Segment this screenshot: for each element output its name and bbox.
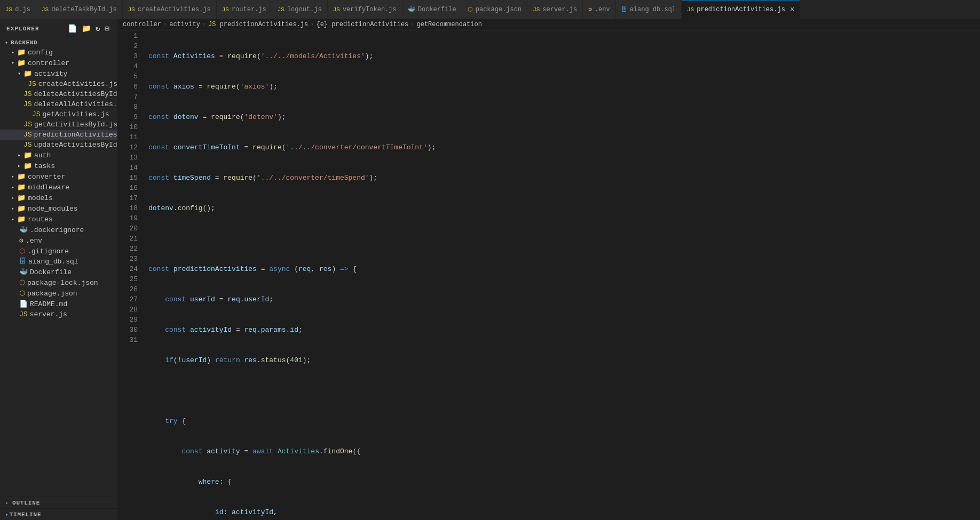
chevron-right-icon: ▸ [15, 163, 23, 169]
new-file-button[interactable]: 📄 [67, 23, 78, 34]
tab-sql[interactable]: 🗄 aiang_db.sql [616, 0, 682, 19]
tree-middleware[interactable]: ▸ 📁 middleware [0, 182, 117, 193]
tab-dockerfile[interactable]: 🐳 Dockerfile [402, 0, 462, 19]
tab-close-button[interactable]: × [790, 6, 794, 13]
tab-router[interactable]: JS router.js [217, 0, 272, 19]
folder-label: tasks [34, 162, 55, 170]
chevron-right-icon: ▸ [9, 173, 17, 180]
chevron-right-icon: ▸ [9, 205, 17, 212]
tab-label: createActivities.js [138, 6, 211, 13]
js-file-icon: JS [23, 121, 32, 129]
breadcrumb-sep: › [202, 21, 206, 28]
chevron-right-icon: ▸ [9, 49, 17, 55]
tree-tasks[interactable]: ▸ 📁 tasks [0, 161, 117, 171]
main-area: EXPLORER 📄 📁 ↻ ⊟ ▾ BACKEND ▸ 📁 config [0, 19, 980, 520]
sidebar-actions: 📄 📁 ↻ ⊟ [67, 23, 111, 34]
js-icon: JS [5, 6, 12, 13]
tab-label: deleteTaskById.js [51, 6, 116, 13]
tab-logout[interactable]: JS logout.js [272, 0, 328, 19]
timeline-label: TIMELINE [10, 511, 42, 518]
tab-package-json[interactable]: ⬡ package.json [462, 0, 527, 19]
tree-converter[interactable]: ▸ 📁 converter [0, 171, 117, 182]
tree-file-deleteActivitiesById[interactable]: JS deleteActivitiesById.js [0, 89, 117, 99]
file-label: .gitignore [27, 247, 69, 255]
tree-auth[interactable]: ▸ 📁 auth [0, 150, 117, 161]
chevron-right-icon: ▸ [9, 216, 17, 222]
js-icon: JS [42, 6, 49, 13]
tree-file-env[interactable]: ⚙ .env [0, 235, 117, 246]
folder-label: middleware [28, 183, 69, 191]
tree-file-package-json[interactable]: ⬡ package.json [0, 288, 117, 299]
code-content: const Activities = require('../../models… [143, 31, 980, 520]
refresh-button[interactable]: ↻ [94, 23, 102, 34]
new-folder-button[interactable]: 📁 [81, 23, 92, 34]
tree-file-getActivities[interactable]: JS getActivities.js [0, 109, 117, 119]
tab-label: Dockerfile [418, 6, 456, 13]
sql-icon: 🗄 [621, 6, 627, 13]
tab-predictionActivities[interactable]: JS predictionActivities.js × [682, 0, 800, 19]
tree-file-server[interactable]: JS server.js [0, 309, 117, 319]
tree-file-deleteAllActivities[interactable]: JS deleteAllActivities.js [0, 99, 117, 109]
tab-label: logout.js [287, 6, 322, 13]
file-label: Dockerfile [30, 268, 72, 276]
tree-models[interactable]: ▸ 📁 models [0, 193, 117, 203]
tree-file-createActivities[interactable]: JS createActivities.js [0, 79, 117, 89]
git-file-icon: ⬡ [19, 247, 25, 255]
tree-activity[interactable]: ▾ 📁 activity [0, 68, 117, 79]
file-label: getActivities.js [43, 110, 109, 118]
chevron-right-icon: ▸ [5, 500, 9, 506]
backend-section-label: BACKEND [11, 39, 37, 46]
tab-env[interactable]: ⚙ .env [583, 0, 615, 19]
tab-verifyToken[interactable]: JS verifyToken.js [328, 0, 402, 19]
tree-routes[interactable]: ▸ 📁 routes [0, 214, 117, 225]
js-icon: JS [278, 6, 284, 13]
tab-createActivities[interactable]: JS createActivities.js [123, 0, 217, 19]
env-file-icon: ⚙ [19, 236, 23, 245]
tree-backend[interactable]: ▾ BACKEND [0, 38, 117, 47]
file-label: package.json [27, 290, 77, 298]
breadcrumb-controller: controller [123, 21, 161, 28]
tab-server-js[interactable]: JS server.js [527, 0, 583, 19]
folder-label: controller [28, 59, 69, 67]
md-file-icon: 📄 [19, 300, 28, 308]
npm-icon: ⬡ [468, 6, 473, 13]
tree-controller[interactable]: ▾ 📁 controller [0, 58, 117, 68]
tree-file-updateActivitiesById[interactable]: JS updateActivitiesById.js [0, 140, 117, 150]
outline-section[interactable]: ▸ OUTLINE [0, 497, 117, 508]
code-editor[interactable]: 12345 678910 1112131415 1617181920 21222… [117, 31, 980, 520]
tree-file-dockerfile[interactable]: 🐳 Dockerfile [0, 267, 117, 277]
tree-file-sql[interactable]: 🗄 aiang_db.sql [0, 257, 117, 267]
js-icon: JS [687, 6, 694, 13]
tree-config[interactable]: ▸ 📁 config [0, 47, 117, 58]
tree-file-getActivitiesById[interactable]: JS getActivitiesById.js [0, 119, 117, 130]
tree-file-predictionActivities[interactable]: JS predictionActivities.js [0, 130, 117, 140]
tree-file-gitignore[interactable]: ⬡ .gitignore [0, 246, 117, 257]
tree-file-dockerignore[interactable]: 🐳 .dockerignore [0, 225, 117, 235]
timeline-section[interactable]: ▸ TIMELINE [0, 508, 117, 520]
folder-icon: 📁 [17, 59, 26, 67]
collapse-button[interactable]: ⊟ [104, 23, 111, 34]
tab-label: .env [595, 6, 610, 13]
breadcrumb: controller › activity › JS predictionAct… [117, 19, 980, 31]
breadcrumb-sep: › [410, 21, 414, 28]
folder-icon: 📁 [23, 162, 32, 170]
chevron-right-icon: ▸ [5, 511, 10, 518]
js-icon: JS [533, 6, 540, 13]
sql-file-icon: 🗄 [19, 258, 26, 266]
file-label: deleteActivitiesById.js [34, 90, 117, 98]
folder-icon: 📁 [17, 215, 26, 223]
tree-file-readme[interactable]: 📄 README.md [0, 299, 117, 309]
breadcrumb-sep: › [310, 21, 314, 28]
chevron-right-icon: ▸ [9, 195, 17, 201]
file-label: updateActivitiesById.js [34, 141, 117, 149]
chevron-down-icon: ▾ [2, 39, 11, 46]
tab-d-js[interactable]: JS d.js [0, 0, 36, 19]
js-file-icon: JS [32, 110, 41, 118]
js-file-icon: JS [23, 90, 32, 98]
tab-label: predictionActivities.js [697, 6, 785, 13]
js-icon: JS [222, 6, 229, 13]
breadcrumb-function: getRecommendation [417, 21, 482, 28]
tree-node-modules[interactable]: ▸ 📁 node_modules [0, 203, 117, 214]
tab-deleteTaskById[interactable]: JS deleteTaskById.js [36, 0, 123, 19]
tree-file-package-lock[interactable]: ⬡ package-lock.json [0, 277, 117, 288]
